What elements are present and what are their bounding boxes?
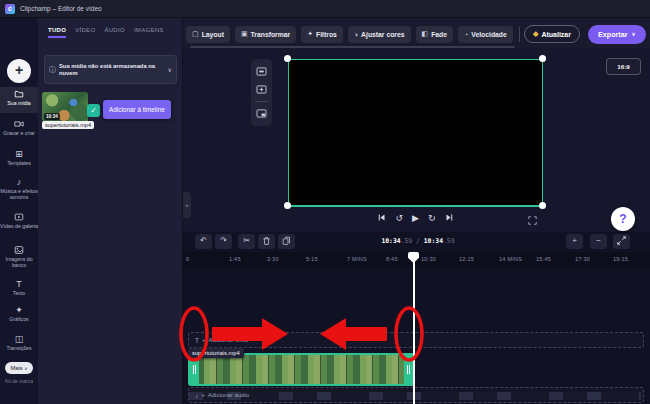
aspect-ratio-badge[interactable]: 16:9 — [606, 58, 641, 75]
tab-audio[interactable]: ÁUDIO — [104, 27, 125, 38]
media-item-filename: supertutoriais.mp4 — [42, 121, 94, 129]
video-canvas[interactable] — [288, 59, 543, 206]
folder-icon — [14, 89, 24, 100]
cloud-storage-notice[interactable]: ⓘ Sua mídia não está armazenada na nuvem… — [44, 55, 177, 84]
divider — [255, 101, 268, 102]
zoom-in-icon[interactable]: + — [566, 234, 583, 249]
media-item-thumbnail[interactable]: 10:34 — [42, 92, 88, 122]
picture-in-picture-icon[interactable] — [255, 107, 268, 120]
chevron-down-icon[interactable]: ∨ — [168, 66, 172, 73]
brand-kit-label[interactable]: Kit de marca — [0, 378, 38, 384]
sidebar-item-imagens-banco[interactable]: Imagens do banco — [0, 243, 38, 273]
ruler-tick: 5:15 — [306, 256, 318, 262]
play-icon[interactable]: ▶ — [412, 213, 419, 223]
help-button[interactable]: ? — [611, 207, 635, 231]
add-to-timeline-button[interactable]: ✓ — [87, 104, 100, 117]
tab-tudo[interactable]: TUDO — [48, 27, 66, 38]
layout-button[interactable]: ▢ Layout — [186, 26, 230, 43]
timeline: ↶ ↷ ✂ 10:34.59 / 10:34.59 + − 0 1:45 3:3… — [183, 232, 650, 404]
filters-icon: ✦ — [307, 30, 313, 38]
ruler-tick: 10:30 — [421, 256, 436, 262]
sidebar: + Sua mídia Gravar e criar ⊞ Templates ♪… — [0, 18, 38, 404]
main-area: ▢ Layout ▣ Transformar ✦ Filtros ◑ Ajust… — [183, 18, 650, 404]
speed-button[interactable]: ◔ Velocidade — [458, 26, 513, 43]
add-to-timeline-tooltip: Adicionar à timeline — [103, 100, 171, 119]
export-button[interactable]: Exportar ∨ — [588, 25, 646, 44]
tab-video[interactable]: VÍDEO — [75, 27, 95, 38]
adjust-colors-button[interactable]: ◑ Ajustar cores — [348, 26, 411, 43]
ruler-tick: 8:45 — [386, 256, 398, 262]
collapse-panel-handle[interactable]: « — [183, 192, 191, 218]
ruler-tick: 0 — [186, 256, 189, 262]
text-track-placeholder[interactable]: T + Adicionar texto — [188, 332, 644, 348]
fill-icon[interactable] — [255, 83, 268, 96]
media-tabs: TUDO VÍDEO ÁUDIO IMAGENS — [38, 18, 182, 38]
current-time: 10:34 — [381, 237, 400, 245]
sidebar-item-video-galeria[interactable]: Vídeo de galeria — [0, 210, 38, 240]
trim-handle-right[interactable] — [404, 355, 413, 384]
preview-progress-bar[interactable] — [288, 205, 543, 207]
transform-button[interactable]: ▣ Transformar — [235, 26, 296, 43]
total-time: 10:34 — [424, 237, 443, 245]
image-icon — [14, 245, 24, 256]
skip-to-end-icon[interactable] — [445, 213, 454, 224]
selection-handle-top-left[interactable] — [284, 55, 291, 62]
camera-icon — [14, 119, 24, 130]
delete-icon[interactable] — [258, 234, 275, 249]
timeline-tracks: T + Adicionar texto supertutoriais.mp4 ♪… — [183, 268, 650, 404]
sidebar-item-gravar-e-criar[interactable]: Gravar e criar — [0, 117, 38, 143]
redo-icon[interactable]: ↷ — [215, 234, 232, 249]
tab-imagens[interactable]: IMAGENS — [134, 27, 164, 38]
sidebar-item-musica-efeitos[interactable]: ♪ Música e efeitos sonoros — [0, 175, 38, 207]
clipchamp-window: c Clipchamp – Editor de vídeo + Sua mídi… — [0, 0, 650, 404]
chevron-down-icon: ∨ — [24, 366, 27, 371]
layout-icon: ▢ — [192, 30, 199, 38]
video-icon — [14, 212, 24, 223]
transition-icon: ◫ — [15, 334, 24, 345]
fullscreen-icon[interactable] — [528, 211, 537, 229]
ruler-tick: 3:30 — [267, 256, 279, 262]
ruler-tick: 15:45 — [536, 256, 551, 262]
skip-to-start-icon[interactable] — [377, 213, 386, 224]
selection-handle-bottom-right[interactable] — [539, 202, 546, 209]
clipchamp-logo-icon: c — [5, 4, 15, 14]
sidebar-item-sua-midia[interactable]: Sua mídia — [0, 87, 38, 113]
fit-icon[interactable] — [255, 65, 268, 78]
chevron-down-icon: ∨ — [632, 31, 636, 37]
sidebar-item-transicoes[interactable]: ◫ Transições — [0, 332, 38, 356]
selection-handle-top-right[interactable] — [539, 55, 546, 62]
rewind-10-icon[interactable]: ↺ — [395, 213, 403, 223]
ruler-tick: 14 MINS — [499, 256, 522, 262]
undo-icon[interactable]: ↶ — [195, 234, 212, 249]
more-button[interactable]: Mais ∨ — [5, 362, 33, 374]
templates-grid-icon: ⊞ — [15, 149, 23, 160]
forward-10-icon[interactable]: ↻ — [428, 213, 436, 223]
window-title: Clipchamp – Editor de vídeo — [20, 5, 102, 12]
ruler-tick: 17:30 — [575, 256, 590, 262]
upgrade-button[interactable]: ◆ Atualizar — [524, 25, 580, 43]
duplicate-icon[interactable] — [278, 234, 295, 249]
sidebar-item-graficos[interactable]: ✦ Gráficos — [0, 303, 38, 327]
notice-text: Sua mídia não está armazenada na nuvem — [59, 63, 165, 77]
toolbar-divider — [519, 27, 520, 42]
fade-button[interactable]: ◧ Fade — [416, 26, 454, 43]
duration-badge: 10:34 — [44, 113, 60, 120]
filters-button[interactable]: ✦ Filtros — [301, 26, 343, 43]
cut-icon[interactable]: ✂ — [238, 234, 255, 249]
selection-handle-bottom-left[interactable] — [284, 202, 291, 209]
sidebar-item-texto[interactable]: T Texto — [0, 277, 38, 299]
edit-toolbar: ▢ Layout ▣ Transformar ✦ Filtros ◑ Ajust… — [183, 24, 650, 44]
playback-controls: ↺ ▶ ↻ — [288, 208, 543, 228]
sidebar-item-templates[interactable]: ⊞ Templates — [0, 147, 38, 171]
timecode-display: 10:34.59 / 10:34.59 — [333, 237, 503, 245]
zoom-out-icon[interactable]: − — [590, 234, 607, 249]
preview-fit-toolbar — [251, 59, 272, 126]
clip-name-tooltip: supertutoriais.mp4 — [188, 341, 244, 359]
zoom-to-fit-icon[interactable] — [613, 234, 630, 249]
trim-handle-left[interactable] — [190, 355, 199, 384]
audio-track-placeholder[interactable]: ♪ + Adicionar áudio — [188, 387, 644, 403]
playhead-line[interactable] — [413, 252, 415, 404]
add-media-button[interactable]: + — [7, 59, 31, 83]
timeline-toolbar: ↶ ↷ ✂ 10:34.59 / 10:34.59 + − — [183, 232, 650, 252]
toolbar-scroll-area: ▢ Layout ▣ Transformar ✦ Filtros ◑ Ajust… — [183, 26, 515, 43]
